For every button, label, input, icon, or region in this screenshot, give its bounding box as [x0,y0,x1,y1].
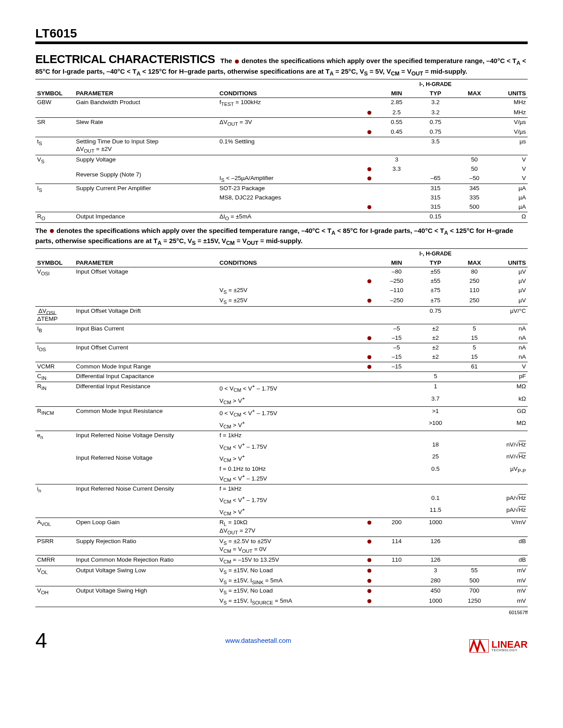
condition: RL = 10kΩΔVOUT = 27V [218,518,361,537]
min [377,372,416,382]
unit: nA [494,334,528,343]
parameter: Supply Current Per Amplifier [74,184,218,212]
typ: 1000 [416,518,455,537]
condition: VS = ±15V, No Load [218,566,361,576]
typ: ±2 [416,334,455,343]
max [455,440,494,452]
condition: VS = ±15V, ISOURCE = 5mA [218,597,361,607]
max: 700 [455,586,494,597]
typ: 3.2 [416,108,455,117]
dot-cell [361,586,377,597]
typ: –65 [416,174,455,184]
typ: 126 [416,537,455,555]
min [377,452,416,464]
symbol: RO [35,212,74,223]
max: 500 [455,576,494,586]
typ: 3.5 [416,137,455,155]
symbol: RIN [35,382,74,407]
min [377,306,416,324]
dot-cell [361,372,377,382]
typ: ±75 [416,286,455,296]
typ: ±2 [416,343,455,352]
condition [218,334,361,343]
divider [35,41,528,44]
condition: ΔVOUT = 3V [218,117,361,128]
unit: µV [494,267,528,277]
symbol: IOS [35,343,74,362]
parameter: Open Loop Gain [74,518,218,537]
dot-cell [361,165,377,174]
condition: VCM = –15V to 13.25V [218,555,361,566]
unit: nA [494,353,528,362]
min: 2.5 [377,108,416,117]
symbol: en [35,431,74,484]
typ: 280 [416,576,455,586]
unit: µVP-P [494,465,528,484]
typ: 1000 [416,597,455,607]
dot-cell [361,108,377,117]
dot-cell [361,518,377,537]
min: –250 [377,277,416,286]
dot-cell [361,137,377,155]
condition: f = 0.1Hz to 10HzVCM < V+ – 1.25V [218,465,361,484]
unit: MHz [494,108,528,117]
typ: 126 [416,555,455,566]
footer-link[interactable]: www.datasheetall.com [225,637,291,644]
max: 250 [455,296,494,306]
parameter: Output Voltage Swing Low [74,566,218,586]
max [455,465,494,484]
condition: VS = ±2.5V to ±25VVCM = VOUT = 0V [218,537,361,555]
min [377,212,416,223]
parameter: Common Mode Input Resistance [74,406,218,431]
max: 250 [455,277,494,286]
min [377,506,416,518]
min: –5 [377,324,416,334]
dot-cell [361,212,377,223]
condition: IS < –25µA/Amplifier [218,174,361,184]
parameter: Slew Rate [74,117,218,137]
unit: mV [494,586,528,597]
dot-cell [361,394,377,407]
max: 335 [455,193,494,203]
typ: 0.75 [416,117,455,128]
typ: ±55 [416,267,455,277]
unit: Ω [494,212,528,223]
symbol: PSRR [35,537,74,555]
parameter: Input Common Mode Rejection Ratio [74,555,218,566]
spec-table-2: SYMBOLPARAMETERCONDITIONSI-, H-GRADEUNIT… [35,249,528,607]
dot-cell [361,334,377,343]
parameter: Differential Input Capacitance [74,372,218,382]
max: –50 [455,174,494,184]
spec-table-1: SYMBOLPARAMETERCONDITIONSI-, H-GRADEUNIT… [35,79,528,223]
unit: pF [494,372,528,382]
typ: 450 [416,586,455,597]
symbol: IS [35,184,74,212]
max: 61 [455,362,494,372]
dot-cell [361,296,377,306]
unit: mV [494,576,528,586]
dot-cell [361,306,377,324]
min [377,419,416,431]
parameter: Input Offset Voltage Drift [74,306,218,324]
dot-cell [361,597,377,607]
dot-cell [361,128,377,137]
page-footer: 4 www.datasheetall.com LINEAR TECHNOLOGY [0,624,563,666]
parameter: Common Mode Input Range [74,362,218,372]
min [377,394,416,407]
unit: V [494,174,528,184]
symbol: IB [35,324,74,343]
symbol: GBW [35,98,74,118]
min [377,203,416,212]
dot-cell [361,286,377,296]
unit: nA [494,343,528,352]
condition [218,155,361,164]
dot-cell [361,98,377,108]
symbol: VCMR [35,362,74,372]
dot-cell [361,566,377,576]
typ [416,165,455,174]
min [377,465,416,484]
dot-cell [361,382,377,394]
unit: V/µs [494,117,528,128]
dot-cell [361,484,377,493]
condition [218,372,361,382]
